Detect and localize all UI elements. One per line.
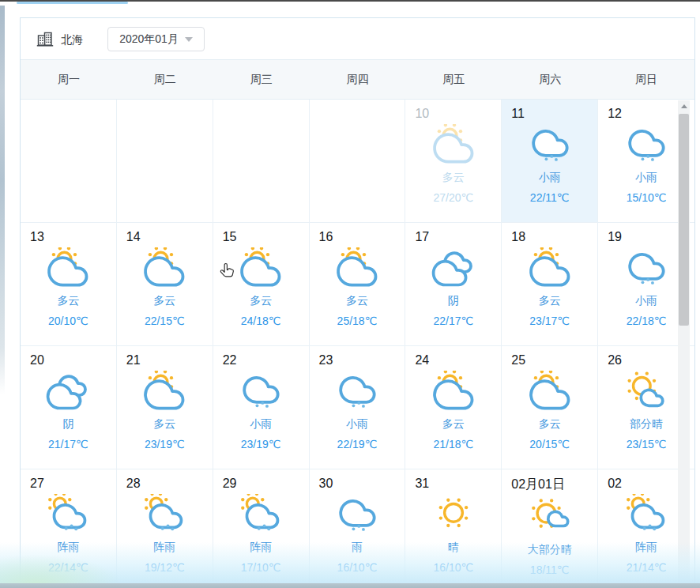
- city-label: 北海: [61, 33, 83, 47]
- calendar-day-cell[interactable]: 23 小雨 22/19℃: [310, 346, 406, 469]
- calendar-panel: 北海 2020年01月 周一周二周三周四周五周六周日 10 多云 27/2: [20, 17, 695, 588]
- weather-desc: 阵雨: [250, 541, 272, 555]
- weather-temp: 23/17℃: [529, 315, 570, 327]
- weather-temp: 23/19℃: [145, 438, 185, 450]
- weather-temp: 21/14℃: [627, 561, 667, 574]
- window-bottom-edge: [0, 583, 700, 588]
- calendar-day-cell: [213, 100, 310, 223]
- weather-temp: 22/14℃: [48, 561, 88, 574]
- calendar-day-cell[interactable]: 02月01日 大部分晴 18/11℃: [502, 469, 598, 588]
- calendar-day-cell: [117, 100, 213, 223]
- weekday-label: 周三: [213, 60, 310, 99]
- weather-desc: 多云: [442, 171, 465, 185]
- weather-temp: 21/18℃: [433, 438, 473, 450]
- sun-rain-icon: [46, 493, 90, 534]
- scroll-up-icon: [681, 104, 687, 108]
- sun-cloud-icon: [431, 370, 476, 411]
- weather-desc: 小雨: [539, 171, 561, 185]
- rain-icon: [239, 370, 283, 411]
- weather-temp: 22/17℃: [433, 315, 473, 327]
- calendar-day-cell[interactable]: 24 多云 21/18℃: [405, 346, 502, 469]
- day-number: 11: [511, 107, 525, 121]
- weather-temp: 18/11℃: [530, 564, 570, 576]
- weekday-label: 周日: [598, 60, 694, 99]
- weather-temp: 22/19℃: [337, 438, 378, 450]
- calendar-day-cell[interactable]: 21 多云 23/19℃: [117, 346, 213, 469]
- sun-cloud-icon: [528, 247, 572, 288]
- day-number: 29: [223, 477, 237, 491]
- scrollbar-up-button[interactable]: [678, 100, 690, 112]
- day-number: 31: [415, 477, 429, 491]
- weather-desc: 小雨: [635, 294, 657, 308]
- scrollbar[interactable]: [678, 100, 690, 588]
- calendar-day-cell[interactable]: 22 小雨 23/19℃: [213, 346, 310, 469]
- weather-desc: 阴: [448, 294, 459, 308]
- weather-desc: 阵雨: [57, 541, 79, 555]
- day-number: 15: [223, 230, 237, 244]
- sun-rain-icon: [239, 493, 283, 534]
- weekday-label: 周四: [310, 60, 406, 99]
- weather-temp: 22/15℃: [145, 315, 185, 327]
- calendar-day-cell[interactable]: 16 多云 25/18℃: [310, 223, 406, 346]
- calendar-day-cell[interactable]: 27 阵雨 22/14℃: [21, 469, 117, 588]
- weather-temp: 16/10℃: [433, 561, 473, 574]
- day-number: 14: [126, 230, 141, 244]
- sun-cloud-icon: [431, 123, 476, 164]
- weather-desc: 多云: [250, 294, 272, 308]
- calendar-day-cell[interactable]: 31 晴 16/10℃: [405, 469, 502, 588]
- weather-temp: 19/12℃: [145, 561, 185, 574]
- weather-temp: 27/20℃: [433, 191, 473, 204]
- weather-desc: 阵雨: [635, 541, 657, 555]
- day-number: 26: [608, 353, 622, 368]
- day-number: 30: [319, 477, 333, 491]
- day-number: 17: [415, 230, 429, 244]
- weather-desc: 多云: [153, 294, 175, 308]
- clouds-icon: [46, 370, 90, 411]
- weather-temp: 15/10℃: [627, 191, 667, 204]
- weekday-label: 周一: [21, 60, 117, 99]
- weather-temp: 17/10℃: [241, 561, 281, 574]
- scrollbar-thumb[interactable]: [679, 114, 689, 326]
- weather-temp: 16/10℃: [337, 561, 378, 574]
- partly-sunny-icon: [624, 370, 668, 411]
- weekday-header-row: 周一周二周三周四周五周六周日: [21, 60, 694, 100]
- calendar-grid: 10 多云 27/20℃ 11 小雨 22/11℃ 12 小雨 15/10℃ 1…: [21, 100, 694, 588]
- sun-rain-icon: [624, 493, 668, 534]
- calendar-day-cell[interactable]: 10 多云 27/20℃: [405, 100, 502, 223]
- day-number: 12: [608, 107, 622, 121]
- calendar-day-cell[interactable]: 28 阵雨 19/12℃: [117, 469, 213, 588]
- calendar-day-cell[interactable]: 18 多云 23/17℃: [502, 223, 598, 346]
- weather-temp: 23/15℃: [627, 438, 667, 450]
- sun-cloud-icon: [528, 370, 572, 411]
- weather-calendar-app: 北海 2020年01月 周一周二周三周四周五周六周日 10 多云 27/2: [0, 0, 700, 588]
- calendar-day-cell[interactable]: 17 阴 22/17℃: [405, 223, 502, 346]
- calendar-day-cell[interactable]: 15 多云 24/18℃: [213, 223, 310, 346]
- day-number: 19: [608, 230, 622, 244]
- calendar-day-cell[interactable]: 11 小雨 22/11℃: [502, 100, 598, 223]
- sun-rain-icon: [142, 493, 186, 534]
- rain-icon: [335, 370, 379, 411]
- building-icon: [36, 30, 54, 51]
- calendar-day-cell[interactable]: 30 雨 16/10℃: [310, 469, 406, 588]
- day-number: 25: [511, 353, 525, 368]
- weekday-label: 周二: [117, 60, 213, 99]
- month-dropdown[interactable]: 2020年01月: [107, 27, 205, 51]
- calendar-day-cell[interactable]: 20 阴 21/17℃: [21, 346, 117, 469]
- mostly-sunny-icon: [528, 496, 572, 537]
- weather-temp: 20/15℃: [529, 438, 570, 450]
- calendar-day-cell[interactable]: 13 多云 20/10℃: [21, 223, 117, 346]
- rain-icon: [528, 123, 572, 164]
- weather-desc: 多云: [153, 417, 175, 432]
- tab-active-underline: [17, 2, 128, 4]
- calendar-day-cell: [310, 100, 406, 223]
- weather-desc: 小雨: [250, 417, 272, 432]
- day-number: 18: [511, 230, 525, 244]
- calendar-day-cell[interactable]: 29 阵雨 17/10℃: [213, 469, 310, 588]
- background-edge-decoration: [0, 6, 5, 394]
- day-number: 24: [415, 353, 429, 368]
- calendar-day-cell[interactable]: 14 多云 22/15℃: [117, 223, 213, 346]
- weather-temp: 24/18℃: [241, 315, 281, 327]
- clouds-icon: [431, 247, 476, 288]
- calendar-day-cell[interactable]: 25 多云 20/15℃: [502, 346, 598, 469]
- weather-desc: 阵雨: [153, 541, 175, 555]
